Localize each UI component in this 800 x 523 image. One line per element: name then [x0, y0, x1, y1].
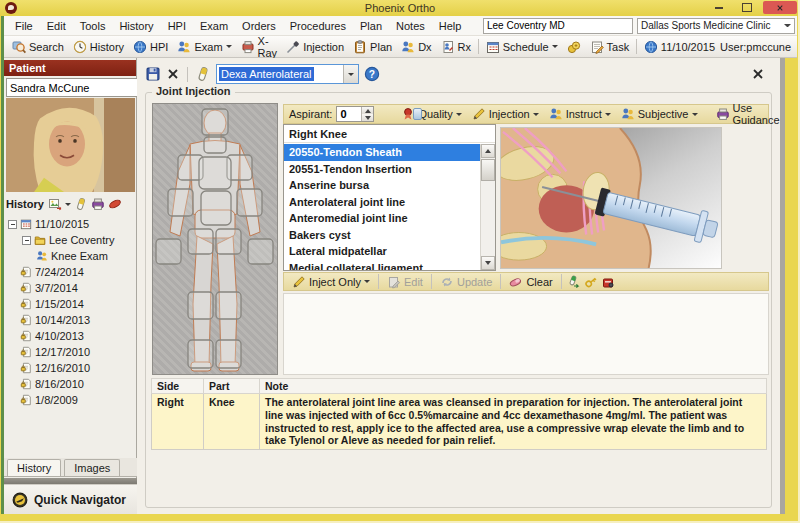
region-right-hand[interactable]: [156, 239, 181, 264]
menu-exam[interactable]: Exam: [193, 17, 235, 35]
menu-hpi[interactable]: HPI: [161, 17, 193, 35]
table-row[interactable]: Right Knee The anterolateral joint line …: [152, 394, 767, 450]
menu-help[interactable]: Help: [432, 17, 469, 35]
tree-item-provider[interactable]: Lee Coventry: [8, 232, 135, 248]
menu-procedures[interactable]: Procedures: [283, 17, 353, 35]
billing-button[interactable]: [563, 37, 585, 56]
site-list-item[interactable]: Anteromedial joint line: [284, 210, 480, 227]
site-list-item[interactable]: Anserine bursa: [284, 177, 480, 194]
menu-plan[interactable]: Plan: [353, 17, 389, 35]
help-icon[interactable]: [364, 66, 380, 82]
site-list-item[interactable]: 20551-Tendon Insertion: [284, 161, 480, 178]
combobox-dropdown-button[interactable]: [343, 65, 358, 83]
inject-only-button[interactable]: Inject Only: [289, 273, 373, 290]
region-right-foot[interactable]: [188, 340, 213, 368]
region-left-foot[interactable]: [216, 340, 241, 368]
panel-close-button[interactable]: [750, 66, 766, 82]
spin-up-button[interactable]: [362, 107, 373, 114]
tree-item-visit-date[interactable]: 4/10/2013: [8, 328, 135, 344]
site-list-item[interactable]: 20550-Tendon Sheath: [284, 144, 480, 161]
menu-notes[interactable]: Notes: [389, 17, 432, 35]
hpi-button[interactable]: HPI: [129, 37, 172, 56]
tab-images[interactable]: Images: [64, 459, 120, 476]
subjective-button[interactable]: Subjective: [618, 106, 701, 123]
tree-item-visit-date[interactable]: 12/17/2010: [8, 344, 135, 360]
site-list-item[interactable]: Lateral midpatellar: [284, 243, 480, 260]
quick-navigator-button[interactable]: Quick Navigator: [4, 484, 137, 514]
region-right-hip[interactable]: [188, 229, 213, 254]
site-list-item[interactable]: Medial collateral ligament: [284, 260, 480, 272]
key-icon[interactable]: [584, 275, 598, 289]
region-right-elbow[interactable]: [168, 189, 193, 216]
clear-button[interactable]: Clear: [506, 273, 555, 290]
aspirant-value[interactable]: [337, 107, 361, 121]
region-neck[interactable]: [204, 137, 226, 153]
scroll-thumb[interactable]: [481, 159, 495, 181]
schedule-button[interactable]: Schedule: [482, 37, 562, 56]
eraser-icon[interactable]: [108, 197, 122, 211]
red-lock-icon[interactable]: [601, 275, 615, 289]
spin-down-button[interactable]: [362, 114, 373, 121]
menu-tools[interactable]: Tools: [73, 17, 113, 35]
tree-item-visit-date[interactable]: 7/24/2014: [8, 264, 135, 280]
pill-icon[interactable]: [195, 66, 211, 82]
site-list-item[interactable]: Bakers cyst: [284, 227, 480, 244]
history-button[interactable]: History: [69, 37, 128, 56]
update-button[interactable]: Update: [437, 273, 495, 290]
region-left-knee[interactable]: [216, 292, 241, 319]
pill-arrow-icon[interactable]: [567, 275, 581, 289]
scroll-down-button[interactable]: [481, 256, 495, 270]
minimize-button[interactable]: [707, 1, 731, 14]
region-left-hip[interactable]: [216, 229, 241, 254]
clinic-dropdown[interactable]: Dallas Sports Medicine Clinic: [637, 18, 795, 34]
provider-input[interactable]: [483, 18, 633, 34]
region-head[interactable]: [202, 109, 228, 135]
delete-x-icon[interactable]: [166, 67, 180, 81]
rx-button[interactable]: Rx: [437, 37, 475, 56]
tree-item-visit-date[interactable]: 1/15/2014: [8, 296, 135, 312]
menu-edit[interactable]: Edit: [40, 17, 73, 35]
instruct-button[interactable]: Instruct: [546, 106, 614, 123]
printer-icon[interactable]: [91, 197, 105, 211]
site-list-scrollbar[interactable]: [480, 144, 495, 270]
menu-file[interactable]: File: [8, 17, 40, 35]
maximize-button[interactable]: [735, 1, 759, 14]
task-button[interactable]: Task: [586, 37, 634, 56]
filter-image-icon[interactable]: [48, 197, 62, 211]
tree-item-knee-exam[interactable]: Knee Exam: [8, 248, 135, 264]
save-icon[interactable]: [145, 66, 161, 82]
injection-dropdown-button[interactable]: Injection: [469, 106, 542, 123]
collapse-icon[interactable]: [22, 236, 31, 245]
dropdown-caret-icon[interactable]: [65, 203, 71, 209]
menu-orders[interactable]: Orders: [235, 17, 283, 35]
edit-button[interactable]: Edit: [384, 273, 426, 290]
visit-date-button[interactable]: 11/10/2015: [640, 37, 719, 56]
tab-history[interactable]: History: [7, 459, 61, 476]
xray-button[interactable]: X-Ray: [237, 37, 282, 56]
scroll-up-button[interactable]: [481, 144, 495, 158]
plan-button[interactable]: Plan: [349, 37, 396, 56]
exam-button[interactable]: Exam: [173, 37, 235, 56]
collapse-icon[interactable]: [8, 220, 17, 229]
tree-item-current-visit[interactable]: 11/10/2015: [8, 216, 135, 232]
tree-item-visit-date[interactable]: 8/16/2010: [8, 376, 135, 392]
dx-button[interactable]: Dx: [397, 37, 435, 56]
region-chest[interactable]: [199, 157, 231, 189]
search-button[interactable]: Search: [8, 37, 68, 56]
region-right-knee[interactable]: [188, 292, 213, 319]
region-left-hand[interactable]: [248, 239, 273, 264]
template-combobox[interactable]: Dexa Anterolateral: [216, 64, 359, 84]
tree-item-visit-date[interactable]: 10/14/2013: [8, 312, 135, 328]
region-abdomen[interactable]: [201, 191, 231, 225]
slider-thumb[interactable]: [413, 108, 422, 120]
tree-item-visit-date[interactable]: 12/16/2010: [8, 360, 135, 376]
pill-icon[interactable]: [74, 197, 88, 211]
aspirant-stepper[interactable]: [336, 106, 374, 122]
site-list-item[interactable]: Anterolateral joint line: [284, 194, 480, 211]
quality-button[interactable]: Quality: [398, 106, 464, 123]
close-button[interactable]: [763, 1, 797, 14]
injection-button[interactable]: Injection: [282, 37, 348, 56]
tree-item-visit-date[interactable]: 3/7/2014: [8, 280, 135, 296]
patient-name-field[interactable]: [6, 78, 156, 97]
tree-item-visit-date[interactable]: 1/8/2009: [8, 392, 135, 408]
